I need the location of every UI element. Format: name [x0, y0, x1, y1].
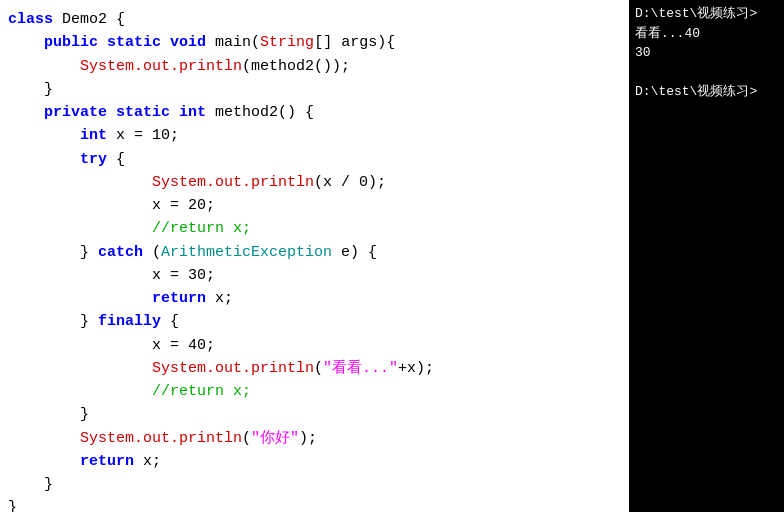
terminal-line-4: [635, 63, 778, 83]
code-line-19: System.out.println("你好");: [0, 427, 629, 450]
terminal-panel: D:\test\视频练习> 看看...40 30 D:\test\视频练习>: [629, 0, 784, 512]
code-line-15: x = 40;: [0, 334, 629, 357]
code-line-2: public static void main(String[] args){: [0, 31, 629, 54]
code-line-5: private static int method2() {: [0, 101, 629, 124]
code-line-14: } finally {: [0, 310, 629, 333]
code-line-1: class Demo2 {: [0, 8, 629, 31]
code-editor: class Demo2 { public static void main(St…: [0, 0, 629, 512]
code-line-20: return x;: [0, 450, 629, 473]
code-line-9: x = 20;: [0, 194, 629, 217]
code-line-7: try {: [0, 148, 629, 171]
terminal-line-5: D:\test\视频练习>: [635, 82, 778, 102]
code-line-17: //return x;: [0, 380, 629, 403]
code-line-16: System.out.println("看看..."+x);: [0, 357, 629, 380]
code-line-21: }: [0, 473, 629, 496]
code-line-11: } catch (ArithmeticException e) {: [0, 241, 629, 264]
code-line-4: }: [0, 78, 629, 101]
code-line-12: x = 30;: [0, 264, 629, 287]
code-line-10: //return x;: [0, 217, 629, 240]
code-line-6: int x = 10;: [0, 124, 629, 147]
terminal-line-1: D:\test\视频练习>: [635, 4, 778, 24]
terminal-line-3: 30: [635, 43, 778, 63]
code-line-8: System.out.println(x / 0);: [0, 171, 629, 194]
code-line-18: }: [0, 403, 629, 426]
terminal-line-2: 看看...40: [635, 24, 778, 44]
code-line-22: }: [0, 496, 629, 512]
code-line-3: System.out.println(method2());: [0, 55, 629, 78]
code-line-13: return x;: [0, 287, 629, 310]
